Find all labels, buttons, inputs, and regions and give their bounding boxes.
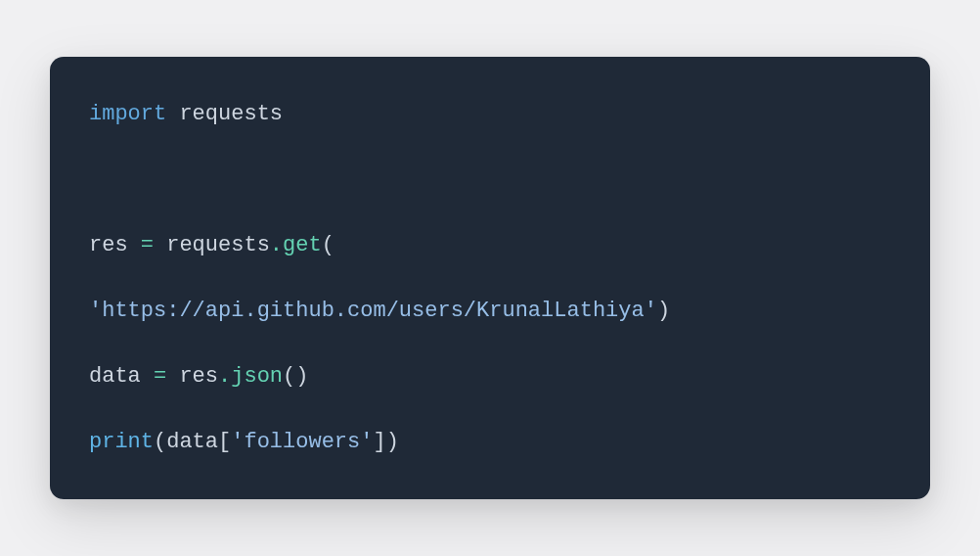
space <box>166 102 179 126</box>
space <box>141 364 154 389</box>
open-paren: ( <box>154 430 166 454</box>
code-line-3: 'https://api.github.com/users/KrunalLath… <box>89 295 891 327</box>
code-line-2: res = requests.get( <box>89 229 891 261</box>
res-obj: res <box>179 364 218 389</box>
bracket-open: [ <box>218 430 231 454</box>
open-paren: ( <box>283 364 295 389</box>
var-res: res <box>89 233 128 257</box>
url-string: 'https://api.github.com/users/KrunalLath… <box>89 299 657 323</box>
code-line-4: data = res.json() <box>89 360 891 393</box>
code-line-1: import requests <box>89 98 891 130</box>
equals: = <box>141 233 154 257</box>
bracket-close: ] <box>373 430 385 454</box>
close-paren: ) <box>295 364 308 389</box>
key-string: 'followers' <box>231 430 373 454</box>
close-paren: ) <box>657 299 670 323</box>
keyword-import: import <box>89 102 166 126</box>
open-paren: ( <box>322 233 334 257</box>
data-arg: data <box>166 430 218 454</box>
module-name: requests <box>179 102 283 126</box>
dot: . <box>218 364 231 389</box>
requests-obj: requests <box>166 233 270 257</box>
var-data: data <box>89 364 141 389</box>
code-line-5: print(data['followers']) <box>89 426 891 458</box>
func-get: get <box>283 233 322 257</box>
dot: . <box>270 233 283 257</box>
space <box>154 233 166 257</box>
close-paren: ) <box>386 430 399 454</box>
equals: = <box>154 364 166 389</box>
space <box>128 233 141 257</box>
code-card: import requests res = requests.get( 'htt… <box>50 57 930 499</box>
space <box>166 364 179 389</box>
blank-line <box>89 163 891 196</box>
func-json: json <box>231 364 283 389</box>
func-print: print <box>89 430 154 454</box>
